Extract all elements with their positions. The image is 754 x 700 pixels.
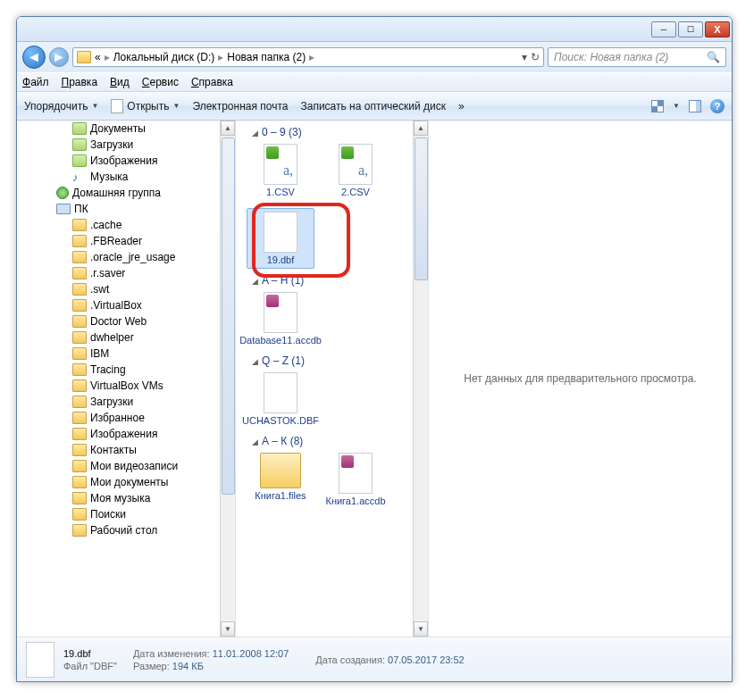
nav-forward-button[interactable]: ► (49, 47, 69, 67)
tree-item[interactable]: Загрузки (17, 394, 235, 410)
open-button[interactable]: Открыть ▼ (111, 99, 180, 113)
group-header[interactable]: ◢0 – 9 (3) (236, 121, 428, 140)
tree-item[interactable]: Doctor Web (17, 313, 235, 329)
file-item[interactable]: 1.CSV (247, 140, 314, 201)
menu-file[interactable]: Файл (22, 76, 49, 88)
details-size-label: Размер: (133, 661, 170, 671)
organize-button[interactable]: Упорядочить ▼ (24, 100, 98, 112)
tree-item[interactable]: Документы (17, 121, 235, 137)
address-bar[interactable]: « ▸ Локальный диск (D:) ▸ Новая папка (2… (72, 47, 544, 67)
tree-item[interactable]: dwhelper (17, 329, 235, 346)
tree-item-label: Загрузки (90, 396, 133, 408)
music-icon: ♪ (72, 171, 87, 183)
address-dropdown[interactable]: ▾ (522, 51, 527, 63)
scroll-up-icon[interactable]: ▲ (414, 121, 428, 136)
tree-item[interactable]: .FBReader (17, 233, 235, 249)
tree-item[interactable]: .r.saver (17, 265, 235, 281)
tree-item-label: .FBReader (90, 235, 142, 247)
tree-item[interactable]: ПК (17, 201, 235, 217)
view-options-button[interactable] (651, 100, 664, 112)
tree-item-label: .cache (90, 219, 121, 231)
menu-help[interactable]: Справка (191, 76, 233, 88)
folder-icon (72, 379, 87, 392)
tree-item[interactable]: .cache (17, 217, 235, 233)
tree-item[interactable]: .VirtualBox (17, 297, 235, 313)
tree-item-label: Мои документы (90, 476, 168, 488)
tree-item[interactable]: VirtualBox VMs (17, 378, 235, 394)
folder-icon (72, 508, 87, 521)
tree-item[interactable]: Поиски (17, 506, 235, 522)
chevron-icon: ▸ (101, 51, 113, 63)
tree-item[interactable]: .oracle_jre_usage (17, 249, 235, 265)
tree-item[interactable]: Домашняя группа (17, 185, 235, 201)
file-item[interactable]: Database11.accdb (247, 288, 314, 349)
group-header[interactable]: ◢А – К (8) (236, 429, 428, 449)
tree-item-label: .oracle_jre_usage (90, 251, 175, 263)
close-button[interactable]: X (705, 21, 730, 38)
chevron-down-icon[interactable]: ▼ (673, 102, 680, 110)
tree-item[interactable]: Мои видеозаписи (17, 458, 235, 474)
collapse-icon: ◢ (252, 357, 258, 366)
file-item[interactable]: Книга1.accdb (322, 449, 390, 510)
tree-item[interactable]: ♪Музыка (17, 169, 235, 185)
file-item[interactable]: UCHASTOK.DBF (247, 369, 314, 429)
group-header[interactable]: ◢A – H (1) (236, 269, 428, 288)
folder-icon (72, 331, 87, 344)
scroll-thumb[interactable] (222, 138, 235, 495)
folder-icon (72, 444, 87, 456)
refresh-button[interactable]: ↻ (531, 51, 540, 63)
breadcrumb[interactable]: Локальный диск (D:) (113, 51, 215, 63)
nav-back-button[interactable]: ◄ (22, 46, 46, 69)
menu-view[interactable]: Вид (110, 76, 130, 88)
tree-item[interactable]: Загрузки (17, 137, 235, 153)
tree-item[interactable]: Моя музыка (17, 490, 235, 506)
help-button[interactable]: ? (710, 99, 725, 113)
explorer-window: ─ ☐ X ◄ ► « ▸ Локальный диск (D:) ▸ Нова… (16, 16, 733, 682)
scroll-thumb[interactable] (415, 138, 428, 280)
scroll-down-icon[interactable]: ▼ (221, 621, 235, 637)
tree-item[interactable]: Tracing (17, 362, 235, 378)
tree-item[interactable]: IBM (17, 346, 235, 362)
details-created-value: 07.05.2017 23:52 (388, 654, 465, 665)
file-item[interactable]: 19.dbf (247, 208, 314, 269)
folder-icon (72, 315, 87, 328)
file-label: 2.CSV (341, 187, 370, 197)
file-thumb-icon (264, 144, 297, 185)
search-input[interactable]: Поиск: Новая папка (2) 🔍 (548, 47, 726, 67)
lib-icon (72, 138, 87, 151)
file-item[interactable]: 2.CSV (322, 140, 390, 201)
tree-item[interactable]: Изображения (17, 153, 235, 169)
file-icon (26, 642, 54, 678)
menu-tools[interactable]: Сервис (142, 76, 179, 88)
folder-icon (77, 51, 91, 63)
tree-item[interactable]: Изображения (17, 426, 235, 442)
files-scrollbar[interactable]: ▲ ▼ (413, 121, 428, 637)
scroll-down-icon[interactable]: ▼ (414, 621, 428, 637)
tree-item[interactable]: .swt (17, 281, 235, 297)
details-filename: 19.dbf (63, 648, 117, 659)
tree-item[interactable]: Избранное (17, 410, 235, 426)
file-label: Книга1.files (255, 490, 306, 501)
file-label: 19.dbf (267, 254, 295, 265)
minimize-button[interactable]: ─ (651, 21, 676, 38)
maximize-button[interactable]: ☐ (678, 21, 703, 38)
email-button[interactable]: Электронная почта (192, 100, 288, 112)
folder-icon (72, 396, 87, 408)
file-item[interactable]: Книга1.files (247, 449, 314, 510)
tree-item[interactable]: Контакты (17, 442, 235, 458)
menu-edit[interactable]: Правка (62, 76, 98, 88)
tree-scrollbar[interactable]: ▲ ▼ (220, 121, 235, 637)
toolbar-more[interactable]: » (458, 100, 465, 112)
tree-item[interactable]: Рабочий стол (17, 522, 235, 538)
preview-pane-button[interactable] (689, 100, 701, 112)
tree-item-label: Рабочий стол (90, 524, 157, 537)
breadcrumb[interactable]: Новая папка (2) (227, 51, 306, 63)
burn-button[interactable]: Записать на оптический диск (301, 100, 447, 112)
group-header[interactable]: ◢Q – Z (1) (236, 349, 428, 369)
file-thumb-icon (339, 453, 373, 494)
menu-bar: Файл Правка Вид Сервис Справка (17, 72, 732, 92)
tree-item[interactable]: Мои документы (17, 474, 235, 490)
file-label: UCHASTOK.DBF (242, 415, 319, 426)
scroll-up-icon[interactable]: ▲ (221, 121, 235, 136)
details-modified-label: Дата изменения: (133, 648, 210, 659)
